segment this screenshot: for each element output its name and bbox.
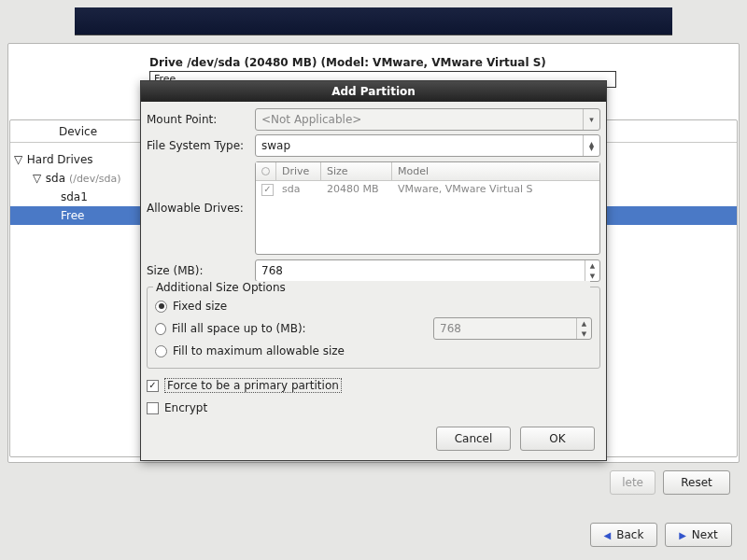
spin-buttons: ▲▼ bbox=[576, 318, 591, 339]
mount-point-label: Mount Point: bbox=[147, 113, 255, 126]
expander-icon[interactable]: ▽ bbox=[14, 150, 23, 169]
back-button[interactable]: Back bbox=[590, 523, 657, 547]
encrypt-check[interactable]: Encrypt bbox=[147, 397, 600, 419]
drives-col-check-header[interactable] bbox=[256, 162, 276, 180]
drive-row-name: sda bbox=[276, 183, 321, 195]
radio-fill-max-label: Fill to maximum allowable size bbox=[173, 344, 345, 357]
reset-button[interactable]: Reset bbox=[663, 470, 730, 495]
tree-label: Hard Drives bbox=[27, 153, 93, 166]
spin-up-icon[interactable]: ▲ bbox=[585, 260, 599, 271]
radio-fill-max[interactable]: Fill to maximum allowable size bbox=[155, 340, 592, 362]
spin-buttons[interactable]: ▲▼ bbox=[585, 260, 599, 281]
size-options-legend: Additional Size Options bbox=[153, 281, 590, 294]
drive-row-check-icon[interactable] bbox=[261, 184, 274, 196]
size-options-fieldset: Additional Size Options Fixed size Fill … bbox=[147, 287, 600, 369]
ok-button[interactable]: OK bbox=[520, 427, 595, 451]
expander-icon[interactable]: ▽ bbox=[33, 169, 42, 188]
force-primary-label: Force to be a primary partition bbox=[164, 378, 342, 393]
allowable-drives-label: Allowable Drives: bbox=[147, 202, 255, 215]
radio-icon[interactable] bbox=[155, 345, 167, 357]
drive-row-model: VMware, VMware Virtual S bbox=[392, 183, 599, 195]
checkbox-icon[interactable] bbox=[147, 380, 159, 392]
spin-down-icon[interactable]: ▼ bbox=[585, 271, 599, 281]
drives-table-header: Drive Size Model bbox=[256, 162, 599, 181]
radio-fixed-label: Fixed size bbox=[173, 300, 227, 313]
force-primary-check[interactable]: Force to be a primary partition bbox=[147, 374, 600, 397]
installer-banner bbox=[75, 7, 672, 35]
dialog-button-row: Cancel OK bbox=[147, 419, 600, 453]
add-partition-dialog: Add Partition Mount Point: <Not Applicab… bbox=[140, 80, 607, 461]
encrypt-label: Encrypt bbox=[164, 401, 207, 414]
delete-button-obscured: lete bbox=[610, 470, 655, 495]
spin-down-icon: ▼ bbox=[577, 329, 591, 339]
radio-icon[interactable] bbox=[155, 301, 167, 313]
spin-up-icon: ▲ bbox=[577, 318, 591, 329]
next-button[interactable]: Next bbox=[665, 523, 732, 547]
fill-upto-input: 768 ▲▼ bbox=[433, 317, 592, 340]
drives-col-drive-header[interactable]: Drive bbox=[276, 162, 321, 180]
size-value: 768 bbox=[261, 264, 283, 277]
cancel-button[interactable]: Cancel bbox=[436, 427, 511, 451]
tree-devpath: (/dev/sda) bbox=[69, 173, 121, 185]
fs-type-label: File System Type: bbox=[147, 139, 255, 152]
allowable-drives-table[interactable]: Drive Size Model sda 20480 MB VMware, VM… bbox=[255, 161, 600, 255]
drive-header: Drive /dev/sda (20480 MB) (Model: VMware… bbox=[149, 56, 546, 69]
radio-fill-upto[interactable]: Fill all space up to (MB): 768 ▲▼ bbox=[155, 317, 592, 340]
tree-header-device: Device bbox=[59, 125, 97, 138]
drive-row-size: 20480 MB bbox=[321, 183, 392, 195]
radio-fill-upto-label: Fill all space up to (MB): bbox=[172, 322, 345, 335]
mount-point-combo[interactable]: <Not Applicable> ▾ bbox=[255, 108, 600, 131]
fill-upto-value: 768 bbox=[440, 322, 461, 335]
main-action-buttons: lete Reset bbox=[610, 470, 730, 495]
up-down-icon[interactable]: ▴▾ bbox=[583, 135, 599, 156]
tree-label: Free bbox=[61, 209, 84, 222]
drives-row-sda[interactable]: sda 20480 MB VMware, VMware Virtual S bbox=[256, 181, 599, 198]
drives-col-size-header[interactable]: Size bbox=[321, 162, 392, 180]
size-label: Size (MB): bbox=[147, 264, 255, 277]
size-input[interactable]: 768 ▲▼ bbox=[255, 259, 600, 282]
arrow-right-icon bbox=[679, 528, 686, 541]
back-label: Back bbox=[616, 528, 643, 541]
next-label: Next bbox=[692, 528, 718, 541]
chevron-down-icon[interactable]: ▾ bbox=[583, 109, 599, 130]
dialog-title: Add Partition bbox=[141, 81, 606, 102]
radio-icon[interactable] bbox=[155, 323, 166, 335]
tree-label: sda1 bbox=[61, 190, 88, 203]
radio-fixed-size[interactable]: Fixed size bbox=[155, 295, 592, 317]
arrow-left-icon bbox=[604, 528, 612, 541]
checkbox-icon[interactable] bbox=[147, 402, 159, 414]
tree-label: sda bbox=[46, 172, 65, 185]
mount-point-value: <Not Applicable> bbox=[261, 113, 361, 126]
radio-header-icon bbox=[261, 167, 270, 175]
fs-type-value: swap bbox=[261, 139, 290, 152]
fs-type-combo[interactable]: swap ▴▾ bbox=[255, 134, 600, 157]
footer-nav: Back Next bbox=[590, 523, 732, 547]
drives-col-model-header[interactable]: Model bbox=[392, 162, 599, 180]
